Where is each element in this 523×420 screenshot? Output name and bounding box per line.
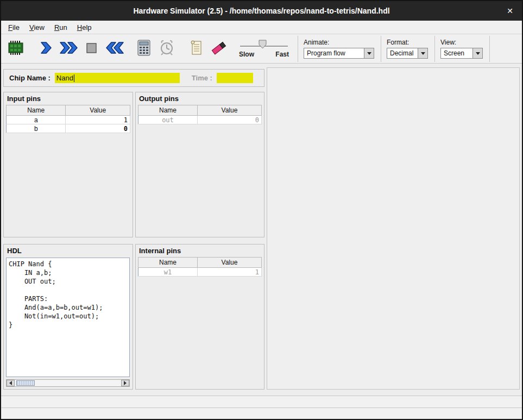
run-button[interactable]	[58, 37, 80, 61]
animate-label: Animate:	[304, 39, 374, 46]
table-row: a 1	[7, 116, 130, 124]
breakpoint-button[interactable]	[207, 37, 230, 61]
view-select[interactable]: Screen	[440, 48, 483, 59]
input-pins-panel: Input pins Name Value a 1 b 0	[3, 92, 133, 237]
chevron-down-icon	[367, 52, 371, 55]
pin-value[interactable]: 0	[66, 124, 130, 133]
titlebar: Hardware Simulator (2.5) - /home/thomas/…	[1, 1, 522, 21]
stop-icon	[85, 41, 99, 57]
slow-label: Slow	[239, 51, 254, 58]
output-pins-title: Output pins	[136, 92, 264, 104]
column-header-name: Name	[138, 105, 198, 116]
view-label: View:	[440, 39, 483, 46]
speed-slider[interactable]	[239, 40, 289, 51]
column-header-name: Name	[7, 105, 66, 116]
load-chip-button[interactable]	[4, 37, 27, 61]
menu-run[interactable]: Run	[49, 22, 72, 33]
table-row: w1 1	[138, 268, 262, 277]
column-header-value: Value	[197, 105, 261, 116]
calculator-button[interactable]	[133, 37, 155, 61]
pin-name: b	[7, 124, 66, 133]
chevron-down-icon	[421, 52, 425, 55]
slider-labels: Slow Fast	[239, 51, 289, 58]
chevron-down-icon	[476, 52, 480, 55]
output-pins-panel: Output pins Name Value out 0	[135, 92, 264, 237]
menu-file[interactable]: File	[3, 22, 24, 33]
view-group: View: Screen	[434, 36, 490, 62]
input-pins-table: Name Value a 1 b 0	[6, 105, 130, 133]
hdl-title: HDL	[4, 245, 133, 256]
status-bar-bottom	[1, 408, 522, 419]
scrollbar-thumb[interactable]	[16, 380, 35, 386]
view-value: Screen	[441, 48, 472, 58]
animate-select[interactable]: Program flow	[304, 48, 374, 59]
single-step-button[interactable]	[35, 37, 58, 61]
menu-help[interactable]: Help	[72, 22, 97, 33]
animate-value: Program flow	[304, 48, 364, 58]
table-row: b 0	[7, 124, 130, 133]
column-header-value: Value	[197, 258, 261, 268]
single-step-icon	[39, 41, 53, 57]
pin-name: w1	[138, 268, 198, 277]
load-chip-icon	[7, 40, 24, 58]
pin-value: 1	[197, 268, 261, 277]
toolbar: Slow Fast Animate: Program flow Format: …	[1, 34, 522, 64]
close-icon[interactable]: ✕	[507, 6, 513, 16]
arrow-left-icon	[9, 381, 12, 385]
arrow-right-icon	[124, 381, 127, 385]
table-row: out 0	[138, 116, 262, 124]
hdl-code-area: CHIP Nand { IN a,b; OUT out; PARTS: And(…	[6, 258, 130, 377]
format-label: Format:	[387, 39, 428, 46]
chip-header-panel: Chip Name : Nand Time :	[3, 69, 264, 87]
view-dropdown-button[interactable]	[472, 48, 482, 58]
scroll-left-button[interactable]	[7, 380, 15, 386]
hdl-panel: HDL CHIP Nand { IN a,b; OUT out; PARTS: …	[3, 244, 133, 390]
slider-thumb-icon[interactable]	[259, 40, 267, 51]
column-header-value: Value	[66, 105, 130, 116]
internal-pins-panel: Internal pins Name Value w1 1	[135, 244, 264, 390]
reset-icon	[105, 41, 124, 57]
hardware-simulator-window: Hardware Simulator (2.5) - /home/thomas/…	[0, 0, 523, 420]
window-title: Hardware Simulator (2.5) - /home/thomas/…	[133, 7, 389, 15]
internal-pins-title: Internal pins	[136, 245, 264, 256]
text-caret	[74, 74, 74, 82]
output-pins-table: Name Value out 0	[138, 105, 262, 124]
format-dropdown-button[interactable]	[418, 48, 427, 58]
clock-button[interactable]	[155, 37, 178, 61]
format-value: Decimal	[387, 48, 418, 58]
input-pins-title: Input pins	[4, 92, 133, 104]
format-group: Format: Decimal	[381, 36, 434, 62]
screen-view-panel	[267, 67, 520, 390]
animate-dropdown-button[interactable]	[364, 48, 374, 58]
calculator-icon	[136, 39, 152, 58]
run-icon	[59, 41, 79, 57]
pin-value: 0	[197, 116, 261, 124]
status-bar-top	[1, 396, 522, 408]
time-input[interactable]	[217, 73, 253, 83]
time-label: Time :	[192, 74, 212, 82]
breakpoint-eraser-icon	[210, 40, 228, 58]
pin-value[interactable]: 1	[66, 116, 130, 124]
pin-name: a	[7, 116, 66, 124]
internal-pins-table: Name Value w1 1	[138, 257, 262, 277]
hdl-horizontal-scrollbar[interactable]	[6, 379, 130, 387]
menubar: File View Run Help	[1, 21, 522, 34]
chip-name-input[interactable]: Nand	[55, 73, 180, 83]
scroll-right-button[interactable]	[121, 380, 129, 386]
stop-button[interactable]	[80, 37, 103, 61]
reset-button[interactable]	[103, 37, 126, 61]
format-select[interactable]: Decimal	[387, 48, 428, 59]
animate-group: Animate: Program flow	[298, 36, 381, 62]
fast-label: Fast	[275, 51, 289, 58]
menu-view[interactable]: View	[24, 22, 49, 33]
chip-name-text: Nand	[56, 74, 73, 82]
speed-slider-group: Slow Fast	[239, 40, 289, 58]
chip-name-label: Chip Name :	[9, 74, 51, 82]
script-button[interactable]	[185, 37, 207, 61]
hdl-code: CHIP Nand { IN a,b; OUT out; PARTS: And(…	[7, 258, 129, 331]
pin-name: out	[138, 116, 198, 124]
column-header-name: Name	[138, 258, 198, 268]
clock-icon	[159, 39, 175, 58]
script-icon	[188, 39, 204, 58]
